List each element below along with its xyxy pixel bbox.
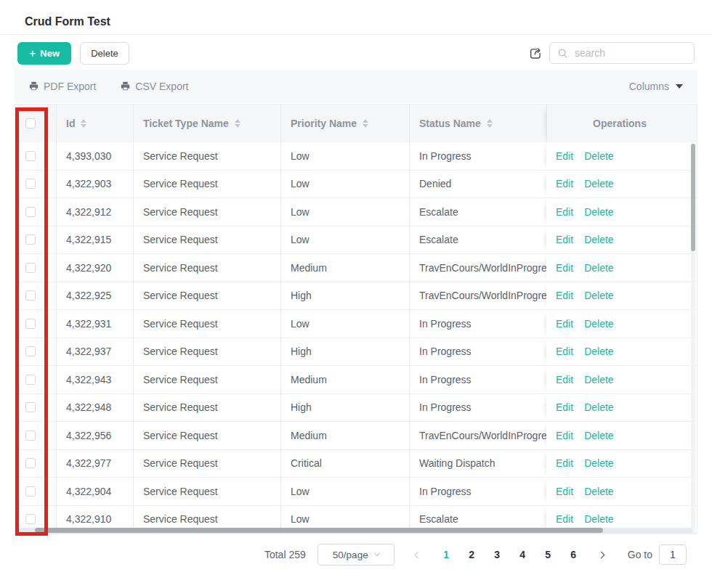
row-checkbox[interactable] [25,458,36,468]
edit-link[interactable]: Edit [556,401,573,413]
new-button[interactable]: + New [17,42,71,65]
page-size-select[interactable]: 50/page [317,544,395,565]
row-checkbox[interactable] [25,402,36,412]
prev-page-button[interactable] [410,552,426,558]
delete-link[interactable]: Delete [584,401,613,413]
delete-button[interactable]: Delete [80,42,129,65]
row-checkbox[interactable] [25,346,36,356]
row-checkbox[interactable] [25,234,36,245]
cell-ticket-type: Service Request [134,198,281,226]
header-priority[interactable]: Priority Name [281,105,410,142]
row-select-cell [15,226,57,254]
row-select-cell [15,450,57,478]
caret-up-down-icon[interactable] [363,119,368,128]
horizontal-scrollbar-thumb[interactable] [35,528,603,533]
cell-id: 4,322,925 [57,282,134,310]
row-checkbox[interactable] [25,290,36,301]
edit-link[interactable]: Edit [556,486,573,497]
cell-id: 4,322,904 [57,478,134,505]
header-status[interactable]: Status Name [410,105,546,142]
csv-export-button[interactable]: CSV Export [121,81,188,92]
delete-link[interactable]: Delete [584,513,613,525]
row-select-cell [15,282,57,310]
cell-operations: EditDelete [546,310,692,338]
share-button[interactable] [528,46,543,61]
page-number[interactable]: 2 [461,549,483,560]
chevron-down-icon [373,550,379,556]
row-checkbox[interactable] [25,319,36,329]
page-number[interactable]: 4 [511,549,534,560]
horizontal-scrollbar[interactable] [18,528,692,533]
row-checkbox[interactable] [25,151,36,161]
delete-link[interactable]: Delete [584,178,613,189]
row-select-cell [15,394,57,422]
table-row: 4,322,915Service RequestLowEscalateEditD… [15,226,697,255]
delete-link[interactable]: Delete [584,150,613,162]
cell-ticket-type: Service Request [134,254,281,282]
row-checkbox[interactable] [25,207,36,217]
delete-link[interactable]: Delete [584,318,613,330]
vertical-scrollbar-thumb[interactable] [691,144,695,251]
search-box[interactable] [549,42,695,64]
table-row: 4,322,920Service RequestMediumTravEnCour… [15,254,697,282]
caret-up-down-icon[interactable] [487,119,493,128]
row-checkbox[interactable] [25,430,36,441]
cell-operations: EditDelete [546,338,692,366]
edit-link[interactable]: Edit [556,178,573,189]
delete-link[interactable]: Delete [584,206,613,218]
goto-page-input[interactable] [659,544,687,565]
chevron-right-icon [598,551,605,558]
delete-link[interactable]: Delete [584,457,613,469]
row-checkbox[interactable] [25,179,36,189]
row-checkbox[interactable] [25,486,36,497]
header-id[interactable]: Id [57,105,134,142]
row-checkbox[interactable] [25,375,36,385]
page-number[interactable]: 5 [537,549,559,560]
delete-link[interactable]: Delete [584,262,613,274]
cell-priority: Low [281,171,410,198]
cell-status: TravEnCours/WorldInProgre [410,254,546,282]
grid-toolbar: PDF Export CSV Export Columns [15,70,697,102]
page-size-value: 50/page [333,550,368,560]
edit-link[interactable]: Edit [556,234,573,245]
delete-link[interactable]: Delete [584,346,613,357]
pdf-export-label: PDF Export [44,81,96,92]
pagination-bar: Total 259 50/page 123456 Go to [0,534,712,565]
search-input[interactable] [573,46,687,60]
edit-link[interactable]: Edit [556,430,573,441]
row-checkbox[interactable] [25,514,36,524]
vertical-scrollbar[interactable] [691,144,695,533]
edit-link[interactable]: Edit [556,206,573,218]
page-number[interactable]: 3 [486,549,509,560]
caret-up-down-icon[interactable] [81,119,86,128]
edit-link[interactable]: Edit [556,513,573,525]
delete-link[interactable]: Delete [584,486,613,497]
caret-up-down-icon[interactable] [235,119,240,128]
row-checkbox[interactable] [25,263,36,273]
header-ticket-type[interactable]: Ticket Type Name [134,105,281,142]
cell-operations: EditDelete [546,282,692,310]
page-number[interactable]: 6 [562,549,585,560]
edit-link[interactable]: Edit [556,346,573,357]
delete-link[interactable]: Delete [584,374,613,385]
printer-icon [29,81,39,91]
delete-link[interactable]: Delete [584,430,613,441]
columns-dropdown-button[interactable]: Columns [629,81,683,92]
cell-operations: EditDelete [546,171,692,198]
edit-link[interactable]: Edit [556,290,573,301]
select-all-checkbox[interactable] [25,118,36,128]
row-select-cell [15,254,57,282]
page-number-active[interactable]: 1 [435,549,458,560]
cell-status: Escalate [410,198,546,226]
edit-link[interactable]: Edit [556,457,573,469]
data-grid: Id Ticket Type Name Priority Name Status… [15,104,697,534]
edit-link[interactable]: Edit [556,262,573,274]
edit-link[interactable]: Edit [556,150,573,162]
pdf-export-button[interactable]: PDF Export [29,81,96,92]
cell-priority: High [281,394,410,422]
edit-link[interactable]: Edit [556,374,573,385]
delete-link[interactable]: Delete [584,234,613,245]
next-page-button[interactable] [594,552,610,558]
edit-link[interactable]: Edit [556,318,573,330]
delete-link[interactable]: Delete [584,290,613,301]
